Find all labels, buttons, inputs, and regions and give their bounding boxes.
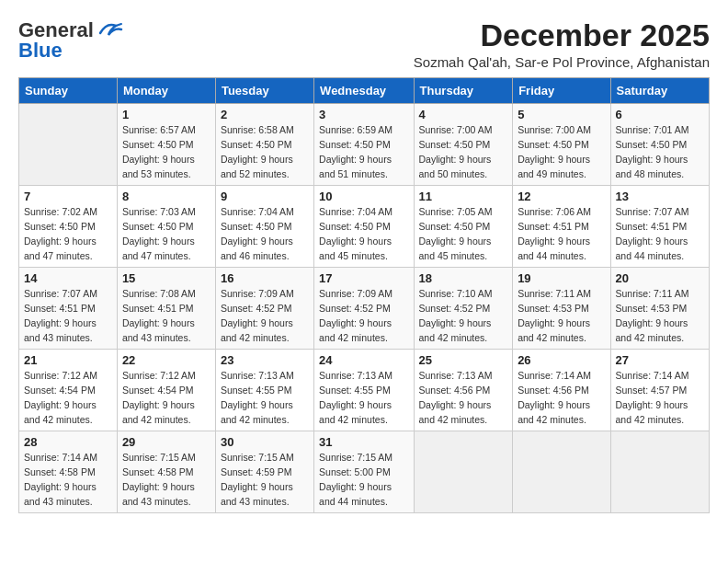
calendar-cell: 1Sunrise: 6:57 AMSunset: 4:50 PMDaylight…	[117, 104, 215, 186]
day-header-tuesday: Tuesday	[215, 78, 313, 104]
calendar-cell: 21Sunrise: 7:12 AMSunset: 4:54 PMDayligh…	[19, 350, 118, 431]
calendar-cell: 22Sunrise: 7:12 AMSunset: 4:54 PMDayligh…	[117, 350, 215, 431]
day-header-thursday: Thursday	[414, 78, 513, 104]
day-info: Sunrise: 7:05 AMSunset: 4:50 PMDaylight:…	[419, 205, 508, 263]
day-info: Sunrise: 7:06 AMSunset: 4:51 PMDaylight:…	[518, 205, 605, 263]
day-number: 8	[122, 190, 210, 203]
calendar-cell: 23Sunrise: 7:13 AMSunset: 4:55 PMDayligh…	[215, 350, 313, 431]
day-info: Sunrise: 6:57 AMSunset: 4:50 PMDaylight:…	[122, 123, 210, 181]
logo-bird-icon	[96, 20, 123, 40]
day-number: 18	[419, 271, 508, 285]
day-info: Sunrise: 7:13 AMSunset: 4:56 PMDaylight:…	[419, 369, 508, 427]
day-header-monday: Monday	[117, 78, 215, 104]
calendar-cell: 31Sunrise: 7:15 AMSunset: 5:00 PMDayligh…	[314, 431, 414, 513]
calendar-week-row: 28Sunrise: 7:14 AMSunset: 4:58 PMDayligh…	[19, 431, 710, 513]
calendar-cell: 13Sunrise: 7:07 AMSunset: 4:51 PMDayligh…	[610, 186, 709, 268]
day-number: 10	[319, 190, 408, 203]
day-number: 27	[616, 353, 704, 367]
day-info: Sunrise: 7:00 AMSunset: 4:50 PMDaylight:…	[419, 123, 508, 181]
day-info: Sunrise: 7:02 AMSunset: 4:50 PMDaylight:…	[24, 205, 112, 263]
day-info: Sunrise: 7:01 AMSunset: 4:50 PMDaylight:…	[616, 123, 704, 181]
day-number: 26	[518, 353, 605, 367]
day-header-friday: Friday	[513, 78, 610, 104]
day-header-saturday: Saturday	[610, 78, 709, 104]
day-info: Sunrise: 7:04 AMSunset: 4:50 PMDaylight:…	[319, 205, 408, 263]
logo-blue-text: Blue	[18, 39, 63, 63]
calendar-cell: 12Sunrise: 7:06 AMSunset: 4:51 PMDayligh…	[513, 186, 610, 268]
day-info: Sunrise: 7:09 AMSunset: 4:52 PMDaylight:…	[221, 287, 309, 345]
calendar-cell: 9Sunrise: 7:04 AMSunset: 4:50 PMDaylight…	[215, 186, 313, 268]
day-number: 14	[24, 271, 112, 285]
calendar-cell: 10Sunrise: 7:04 AMSunset: 4:50 PMDayligh…	[314, 186, 414, 268]
day-number: 7	[24, 190, 112, 203]
day-info: Sunrise: 7:07 AMSunset: 4:51 PMDaylight:…	[616, 205, 704, 263]
day-number: 6	[616, 108, 704, 121]
calendar-cell	[513, 431, 610, 513]
calendar-cell: 15Sunrise: 7:08 AMSunset: 4:51 PMDayligh…	[117, 268, 215, 350]
calendar-header-row: SundayMondayTuesdayWednesdayThursdayFrid…	[19, 78, 710, 104]
calendar-cell: 20Sunrise: 7:11 AMSunset: 4:53 PMDayligh…	[610, 268, 709, 350]
day-header-sunday: Sunday	[19, 78, 118, 104]
day-number: 21	[24, 353, 112, 367]
day-info: Sunrise: 7:14 AMSunset: 4:56 PMDaylight:…	[518, 369, 605, 427]
day-info: Sunrise: 7:13 AMSunset: 4:55 PMDaylight:…	[221, 369, 309, 427]
calendar-cell	[610, 431, 709, 513]
calendar-cell: 2Sunrise: 6:58 AMSunset: 4:50 PMDaylight…	[215, 104, 313, 186]
day-number: 1	[122, 108, 210, 121]
calendar-cell: 19Sunrise: 7:11 AMSunset: 4:53 PMDayligh…	[513, 268, 610, 350]
calendar-cell: 7Sunrise: 7:02 AMSunset: 4:50 PMDaylight…	[19, 186, 118, 268]
day-info: Sunrise: 7:12 AMSunset: 4:54 PMDaylight:…	[122, 369, 210, 427]
location-subtitle: Sozmah Qal'ah, Sar-e Pol Province, Afgha…	[414, 54, 710, 70]
day-info: Sunrise: 7:12 AMSunset: 4:54 PMDaylight:…	[24, 369, 112, 427]
calendar-cell: 6Sunrise: 7:01 AMSunset: 4:50 PMDaylight…	[610, 104, 709, 186]
day-number: 2	[221, 108, 309, 121]
day-number: 29	[122, 435, 210, 449]
day-info: Sunrise: 7:09 AMSunset: 4:52 PMDaylight:…	[319, 287, 408, 345]
day-number: 24	[319, 353, 408, 367]
calendar-cell: 14Sunrise: 7:07 AMSunset: 4:51 PMDayligh…	[19, 268, 118, 350]
calendar-cell	[414, 431, 513, 513]
calendar-cell: 5Sunrise: 7:00 AMSunset: 4:50 PMDaylight…	[513, 104, 610, 186]
calendar-cell: 26Sunrise: 7:14 AMSunset: 4:56 PMDayligh…	[513, 350, 610, 431]
day-number: 4	[419, 108, 508, 121]
day-number: 19	[518, 271, 605, 285]
day-info: Sunrise: 6:59 AMSunset: 4:50 PMDaylight:…	[319, 123, 408, 181]
day-info: Sunrise: 7:00 AMSunset: 4:50 PMDaylight:…	[518, 123, 605, 181]
calendar-cell: 17Sunrise: 7:09 AMSunset: 4:52 PMDayligh…	[314, 268, 414, 350]
day-info: Sunrise: 7:13 AMSunset: 4:55 PMDaylight:…	[319, 369, 408, 427]
day-number: 17	[319, 271, 408, 285]
calendar-cell: 18Sunrise: 7:10 AMSunset: 4:52 PMDayligh…	[414, 268, 513, 350]
logo: General Blue	[18, 18, 123, 63]
calendar-cell: 3Sunrise: 6:59 AMSunset: 4:50 PMDaylight…	[314, 104, 414, 186]
day-info: Sunrise: 7:08 AMSunset: 4:51 PMDaylight:…	[122, 287, 210, 345]
calendar-cell: 11Sunrise: 7:05 AMSunset: 4:50 PMDayligh…	[414, 186, 513, 268]
day-number: 3	[319, 108, 408, 121]
day-number: 12	[518, 190, 605, 203]
title-block: December 2025 Sozmah Qal'ah, Sar-e Pol P…	[414, 18, 710, 70]
calendar-week-row: 1Sunrise: 6:57 AMSunset: 4:50 PMDaylight…	[19, 104, 710, 186]
day-info: Sunrise: 7:10 AMSunset: 4:52 PMDaylight:…	[419, 287, 508, 345]
calendar-cell: 27Sunrise: 7:14 AMSunset: 4:57 PMDayligh…	[610, 350, 709, 431]
calendar-cell: 30Sunrise: 7:15 AMSunset: 4:59 PMDayligh…	[215, 431, 313, 513]
day-number: 5	[518, 108, 605, 121]
day-number: 13	[616, 190, 704, 203]
day-info: Sunrise: 7:14 AMSunset: 4:57 PMDaylight:…	[616, 369, 704, 427]
calendar-table: SundayMondayTuesdayWednesdayThursdayFrid…	[18, 77, 710, 513]
day-number: 25	[419, 353, 508, 367]
calendar-cell: 16Sunrise: 7:09 AMSunset: 4:52 PMDayligh…	[215, 268, 313, 350]
day-info: Sunrise: 7:07 AMSunset: 4:51 PMDaylight:…	[24, 287, 112, 345]
day-number: 15	[122, 271, 210, 285]
month-title: December 2025	[414, 18, 710, 52]
day-number: 20	[616, 271, 704, 285]
calendar-cell: 8Sunrise: 7:03 AMSunset: 4:50 PMDaylight…	[117, 186, 215, 268]
calendar-cell: 28Sunrise: 7:14 AMSunset: 4:58 PMDayligh…	[19, 431, 118, 513]
day-info: Sunrise: 7:14 AMSunset: 4:58 PMDaylight:…	[24, 451, 112, 509]
day-info: Sunrise: 7:11 AMSunset: 4:53 PMDaylight:…	[518, 287, 605, 345]
day-header-wednesday: Wednesday	[314, 78, 414, 104]
calendar-cell: 4Sunrise: 7:00 AMSunset: 4:50 PMDaylight…	[414, 104, 513, 186]
day-number: 16	[221, 271, 309, 285]
day-info: Sunrise: 7:15 AMSunset: 4:59 PMDaylight:…	[221, 451, 309, 509]
day-info: Sunrise: 6:58 AMSunset: 4:50 PMDaylight:…	[221, 123, 309, 181]
day-info: Sunrise: 7:15 AMSunset: 4:58 PMDaylight:…	[122, 451, 210, 509]
calendar-week-row: 14Sunrise: 7:07 AMSunset: 4:51 PMDayligh…	[19, 268, 710, 350]
